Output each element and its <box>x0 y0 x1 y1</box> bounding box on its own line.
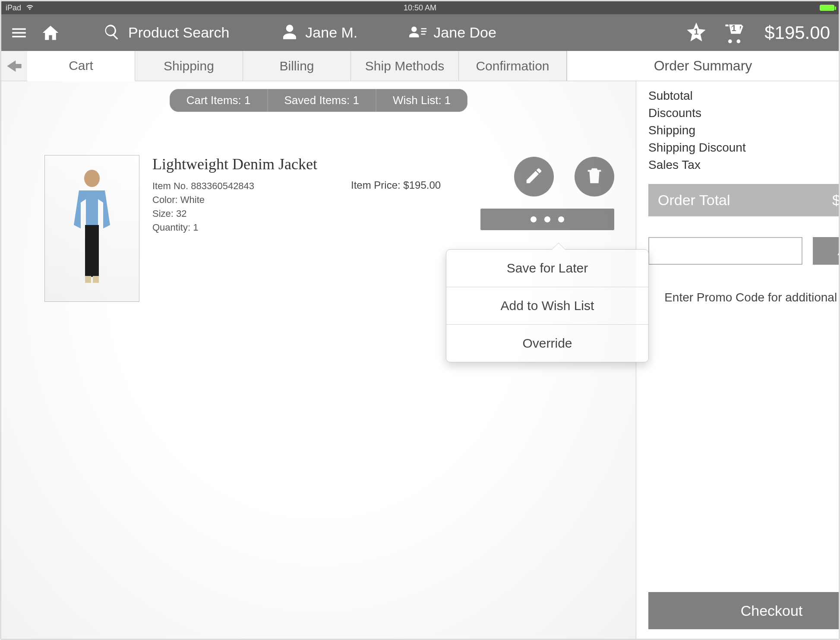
promo-code-input[interactable] <box>648 237 802 265</box>
svg-point-1 <box>84 170 100 187</box>
order-summary-header: Order Summary <box>567 51 839 81</box>
customer-selector[interactable]: Jane Doe <box>409 23 496 42</box>
pencil-icon <box>524 166 544 187</box>
delete-item-button[interactable] <box>575 157 614 196</box>
action-save-for-later[interactable]: Save for Later <box>446 250 648 287</box>
svg-rect-3 <box>85 276 91 283</box>
product-item-no: Item No. 883360542843 <box>152 179 338 193</box>
product-image[interactable] <box>44 155 139 302</box>
step-billing[interactable]: Billing <box>243 51 351 81</box>
svg-rect-4 <box>93 276 99 283</box>
promo-hint: Enter Promo Code for additional discount… <box>648 291 840 304</box>
customer-icon <box>409 23 426 42</box>
associate-name: Jane M. <box>305 24 357 41</box>
step-cart[interactable]: Cart <box>27 51 135 81</box>
product-name: Lightweight Denim Jacket <box>152 155 338 173</box>
cart-panel: Cart Items: 1 Saved Items: 1 Wish List: … <box>1 81 636 639</box>
product-info: Lightweight Denim Jacket Item No. 883360… <box>152 155 338 302</box>
product-qty: Quantity: 1 <box>152 221 338 234</box>
edit-item-button[interactable] <box>514 157 554 196</box>
battery-icon <box>820 5 834 11</box>
cart-filter-pills: Cart Items: 1 Saved Items: 1 Wish List: … <box>1 89 636 112</box>
product-color: Color: White <box>152 193 338 207</box>
wifi-icon <box>25 3 34 13</box>
checkout-button[interactable]: Checkout <box>648 592 840 629</box>
action-add-to-wishlist[interactable]: Add to Wish List <box>446 287 648 325</box>
dot-icon <box>544 216 550 222</box>
pill-saved-items[interactable]: Saved Items: 1 <box>268 89 376 112</box>
apply-promo-button[interactable]: Apply <box>813 237 840 265</box>
tax-label: Sales Tax <box>648 158 701 172</box>
order-total-row: Order Total $195.00 <box>648 184 840 216</box>
cart-line-item: Lightweight Denim Jacket Item No. 883360… <box>1 129 636 302</box>
pill-wish-list[interactable]: Wish List: 1 <box>376 89 467 112</box>
step-ship-methods[interactable]: Ship Methods <box>351 51 459 81</box>
step-confirmation[interactable]: Confirmation <box>459 51 567 81</box>
associate-icon <box>281 23 298 42</box>
back-button[interactable] <box>1 51 27 81</box>
header-total: $195.00 <box>764 22 830 43</box>
order-summary-panel: Subtotal$195.00 Discounts--- Shipping---… <box>636 81 840 639</box>
product-size: Size: 32 <box>152 207 338 221</box>
dot-icon <box>531 216 537 222</box>
action-override[interactable]: Override <box>446 325 648 362</box>
checkout-steps: Cart Shipping Billing Ship Methods Confi… <box>1 51 839 81</box>
cart-icon[interactable]: 1 <box>723 21 745 45</box>
cart-badge: 1 <box>732 23 736 33</box>
product-search[interactable]: Product Search <box>103 23 229 42</box>
svg-rect-2 <box>85 225 99 277</box>
home-icon[interactable] <box>41 23 60 42</box>
subtotal-label: Subtotal <box>648 89 693 103</box>
wishlist-icon[interactable]: 1 <box>685 21 707 45</box>
clock: 10:50 AM <box>1 3 839 13</box>
pill-cart-items[interactable]: Cart Items: 1 <box>170 89 268 112</box>
ipad-status-bar: iPad 10:50 AM <box>1 1 839 14</box>
trash-icon <box>584 166 604 187</box>
app-header: Product Search Jane M. Jane Doe 1 1 $195… <box>1 14 839 51</box>
customer-name: Jane Doe <box>433 24 496 41</box>
more-actions-popover: Save for Later Add to Wish List Override <box>446 249 649 362</box>
order-total-value: $195.00 <box>832 192 840 209</box>
wishlist-badge: 1 <box>694 27 699 37</box>
search-placeholder: Product Search <box>128 24 229 41</box>
search-icon <box>103 23 120 42</box>
dot-icon <box>558 216 564 222</box>
discounts-label: Discounts <box>648 106 701 120</box>
shipping-label: Shipping <box>648 124 695 137</box>
more-actions-button[interactable] <box>480 209 614 230</box>
device-label: iPad <box>6 3 21 13</box>
shipping-discount-label: Shipping Discount <box>648 141 746 155</box>
step-shipping[interactable]: Shipping <box>135 51 243 81</box>
menu-icon[interactable] <box>10 24 28 42</box>
order-total-label: Order Total <box>658 192 730 209</box>
associate-selector[interactable]: Jane M. <box>281 23 357 42</box>
